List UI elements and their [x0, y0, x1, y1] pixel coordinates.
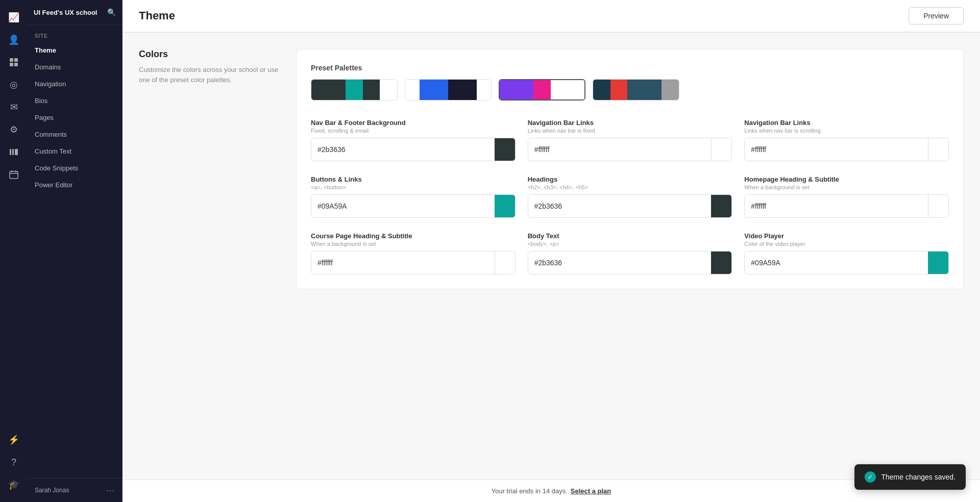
color-label-7: Body Text — [528, 232, 732, 240]
page-title: Theme — [139, 9, 175, 22]
analytics-icon[interactable]: 📈 — [5, 8, 23, 27]
select-plan-link[interactable]: Select a plan — [571, 487, 611, 495]
color-sublabel-4: <h2>, <h3>, <h4>, <h5> — [528, 184, 732, 190]
trial-text: Your trial ends in 14 days. — [492, 487, 568, 495]
color-swatch-2[interactable] — [928, 138, 948, 161]
sidebar-item-navigation[interactable]: Navigation — [28, 76, 122, 92]
color-input-8[interactable] — [745, 252, 928, 274]
graduation-icon[interactable]: 🎓 — [5, 475, 23, 494]
color-sublabel-3: <a>, <button> — [311, 184, 516, 190]
color-field-nav-bg: Nav Bar & Footer Background Fixed, scrol… — [311, 119, 516, 161]
library-icon[interactable] — [5, 143, 23, 161]
app-title: UI Feed's UX school — [34, 9, 97, 16]
preset-palettes-label: Preset Palettes — [311, 64, 949, 72]
color-input-row-6 — [311, 251, 516, 274]
palette-4[interactable] — [593, 79, 679, 101]
color-input-row-4 — [528, 194, 732, 218]
palettes-row — [311, 79, 949, 101]
right-panel: Preset Palettes — [296, 49, 964, 289]
color-label-4: Headings — [528, 175, 732, 183]
sidebar: UI Feed's UX school 🔍 SITE Theme Domains… — [28, 0, 122, 502]
sidebar-item-custom-text[interactable]: Custom Text — [28, 143, 122, 160]
preview-button[interactable]: Preview — [909, 7, 964, 24]
svg-rect-6 — [15, 149, 18, 155]
color-sublabel-5: When a background is set — [744, 184, 949, 190]
color-input-0[interactable] — [311, 138, 495, 161]
color-input-row-2 — [744, 138, 949, 161]
color-label-6: Course Page Heading & Subtitle — [311, 232, 516, 240]
color-input-5[interactable] — [745, 195, 928, 217]
color-swatch-5[interactable] — [928, 195, 948, 217]
color-swatch-4[interactable] — [711, 195, 731, 217]
toast-check-icon: ✓ — [865, 471, 876, 483]
sidebar-item-power-editor[interactable]: Power Editor — [28, 177, 122, 193]
color-input-7[interactable] — [528, 252, 712, 274]
user-name: Sarah Jonas — [35, 487, 69, 494]
color-input-row-1 — [528, 138, 732, 161]
palette-3[interactable] — [499, 79, 585, 101]
color-swatch-0[interactable] — [495, 138, 515, 161]
color-input-2[interactable] — [745, 138, 928, 161]
color-sublabel-1: Links when nav bar is fixed — [528, 128, 732, 134]
search-icon[interactable]: 🔍 — [107, 8, 116, 16]
svg-rect-2 — [10, 63, 13, 66]
color-field-homepage-heading: Homepage Heading & Subtitle When a backg… — [744, 175, 949, 218]
sidebar-header: UI Feed's UX school 🔍 — [28, 0, 122, 25]
sidebar-section-label: SITE — [28, 25, 122, 42]
sidebar-item-bios[interactable]: Bios — [28, 92, 122, 109]
color-label-2: Navigation Bar Links — [744, 119, 949, 127]
color-sublabel-7: <body>, <p> — [528, 241, 732, 247]
color-field-body-text: Body Text <body>, <p> — [528, 232, 732, 274]
color-field-course-heading: Course Page Heading & Subtitle When a ba… — [311, 232, 516, 274]
sidebar-item-comments[interactable]: Comments — [28, 126, 122, 143]
color-field-nav-links-scroll: Navigation Bar Links Links when nav bar … — [744, 119, 949, 161]
sidebar-item-theme[interactable]: Theme — [28, 42, 122, 59]
color-input-1[interactable] — [528, 138, 712, 161]
color-input-row-0 — [311, 138, 516, 161]
dashboard-icon[interactable] — [5, 53, 23, 71]
sidebar-item-pages[interactable]: Pages — [28, 109, 122, 126]
main-content: Theme Preview Colors Customize the color… — [122, 0, 980, 502]
color-label-8: Video Player — [744, 232, 949, 240]
color-swatch-3[interactable] — [495, 195, 515, 217]
color-sublabel-6: When a background is set — [311, 241, 516, 247]
revenue-icon[interactable]: ◎ — [5, 76, 23, 94]
toast-message: Theme changes saved. — [881, 473, 955, 481]
color-input-row-8 — [744, 251, 949, 274]
color-label-3: Buttons & Links — [311, 175, 516, 183]
settings-icon[interactable]: ⚙ — [5, 120, 23, 139]
more-options-icon[interactable]: ⋯ — [106, 485, 115, 496]
palette-1[interactable] — [311, 79, 398, 101]
bottom-bar: Your trial ends in 14 days. Select a pla… — [122, 480, 980, 502]
svg-rect-7 — [10, 171, 18, 179]
content-wrapper: Colors Customize the colors across your … — [139, 49, 964, 289]
icon-rail: 📈 👤 ◎ ✉ ⚙ ⚡ ? 🎓 — [0, 0, 28, 502]
section-description: Customize the colors across your school … — [139, 65, 282, 85]
users-icon[interactable]: 👤 — [5, 31, 23, 49]
color-swatch-7[interactable] — [711, 252, 731, 274]
lightning-icon[interactable]: ⚡ — [5, 431, 23, 449]
color-input-row-7 — [528, 251, 732, 274]
color-input-4[interactable] — [528, 195, 712, 217]
sidebar-footer: Sarah Jonas ⋯ — [28, 478, 122, 502]
sidebar-item-code-snippets[interactable]: Code Snippets — [28, 160, 122, 177]
svg-rect-1 — [14, 58, 18, 62]
color-input-row-5 — [744, 194, 949, 218]
help-icon[interactable]: ? — [5, 453, 23, 471]
calendar-icon[interactable] — [5, 165, 23, 184]
color-swatch-1[interactable] — [711, 138, 731, 161]
section-title: Colors — [139, 49, 282, 60]
color-field-headings: Headings <h2>, <h3>, <h4>, <h5> — [528, 175, 732, 218]
color-swatch-6[interactable] — [495, 252, 515, 274]
content-area: Colors Customize the colors across your … — [122, 33, 980, 480]
color-swatch-8[interactable] — [928, 252, 948, 274]
mail-icon[interactable]: ✉ — [5, 98, 23, 116]
left-panel: Colors Customize the colors across your … — [139, 49, 282, 289]
sidebar-item-domains[interactable]: Domains — [28, 59, 122, 76]
color-input-3[interactable] — [311, 195, 495, 217]
color-sublabel-2: Links when nav bar is scrolling — [744, 128, 949, 134]
color-input-6[interactable] — [311, 252, 495, 274]
palette-2[interactable] — [405, 79, 492, 101]
color-field-nav-links-fixed: Navigation Bar Links Links when nav bar … — [528, 119, 732, 161]
color-input-row-3 — [311, 194, 516, 218]
